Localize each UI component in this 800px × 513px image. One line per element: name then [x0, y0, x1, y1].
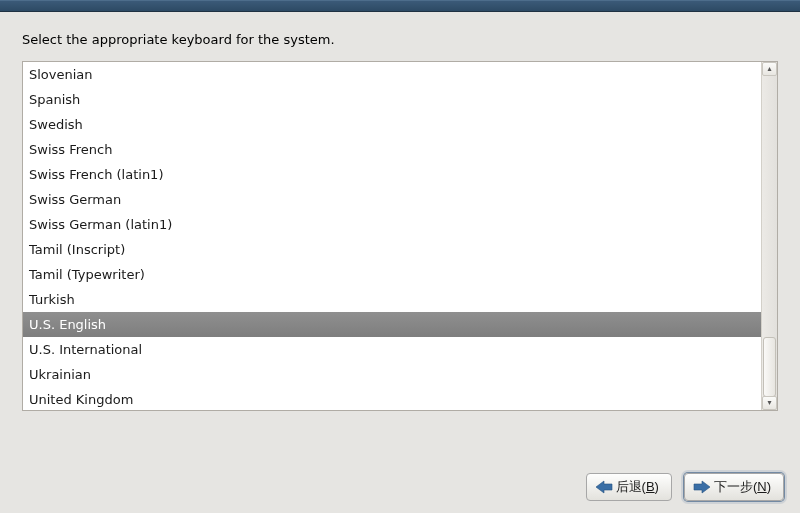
footer-buttons: 后退(B) 下一步(N)	[586, 473, 784, 501]
instruction-label: Select the appropriate keyboard for the …	[22, 32, 778, 47]
keyboard-option[interactable]: Spanish	[23, 87, 761, 112]
svg-marker-1	[694, 481, 710, 493]
keyboard-option[interactable]: Swiss French (latin1)	[23, 162, 761, 187]
window-title-bar	[0, 0, 800, 12]
arrow-right-icon	[693, 480, 711, 494]
keyboard-option[interactable]: Slovenian	[23, 62, 761, 87]
arrow-left-icon	[595, 480, 613, 494]
keyboard-option[interactable]: Swedish	[23, 112, 761, 137]
keyboard-option[interactable]: Ukrainian	[23, 362, 761, 387]
keyboard-option[interactable]: Swiss German	[23, 187, 761, 212]
back-button-label: 后退(B)	[616, 478, 659, 496]
keyboard-option[interactable]: Swiss German (latin1)	[23, 212, 761, 237]
keyboard-option[interactable]: United Kingdom	[23, 387, 761, 410]
keyboard-option[interactable]: Turkish	[23, 287, 761, 312]
scrollbar[interactable]: ▴ ▾	[761, 62, 777, 410]
main-content: Select the appropriate keyboard for the …	[0, 12, 800, 421]
scroll-up-button[interactable]: ▴	[762, 62, 777, 76]
keyboard-option[interactable]: U.S. International	[23, 337, 761, 362]
scroll-thumb[interactable]	[763, 337, 776, 397]
keyboard-list-inner: SlovenianSpanishSwedishSwiss FrenchSwiss…	[23, 62, 761, 410]
scroll-down-button[interactable]: ▾	[762, 396, 777, 410]
next-button-label: 下一步(N)	[714, 478, 771, 496]
svg-marker-0	[596, 481, 612, 493]
keyboard-option[interactable]: Tamil (Typewriter)	[23, 262, 761, 287]
keyboard-option[interactable]: U.S. English	[23, 312, 761, 337]
back-button[interactable]: 后退(B)	[586, 473, 672, 501]
next-button[interactable]: 下一步(N)	[684, 473, 784, 501]
keyboard-option[interactable]: Tamil (Inscript)	[23, 237, 761, 262]
keyboard-listbox[interactable]: SlovenianSpanishSwedishSwiss FrenchSwiss…	[22, 61, 778, 411]
keyboard-option[interactable]: Swiss French	[23, 137, 761, 162]
